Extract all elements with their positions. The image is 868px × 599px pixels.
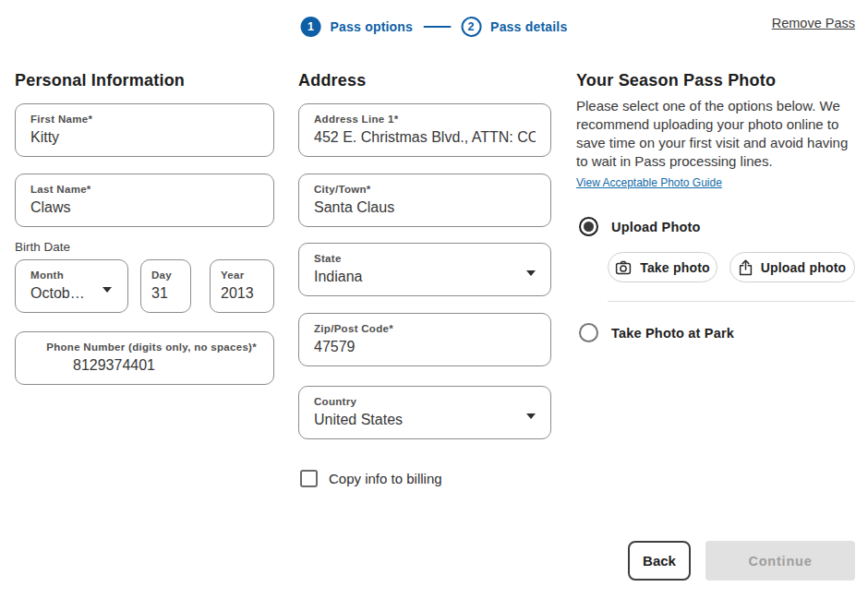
upload-icon bbox=[739, 259, 753, 276]
footer-actions: Back Continue bbox=[628, 541, 855, 581]
last-name-label: Last Name* bbox=[30, 183, 259, 196]
park-photo-label[interactable]: Take Photo at Park bbox=[611, 326, 734, 341]
take-photo-label: Take photo bbox=[640, 260, 710, 275]
state-value: Indiana bbox=[314, 269, 536, 285]
form-columns: Personal Information First Name* Kitty L… bbox=[15, 65, 855, 487]
last-name-value: Claws bbox=[30, 199, 259, 216]
year-value: 2013 bbox=[221, 285, 268, 302]
year-field[interactable]: Year 2013 bbox=[210, 259, 274, 313]
zip-label: Zip/Post Code* bbox=[314, 322, 536, 335]
photo-description: Please select one of the options below. … bbox=[576, 97, 855, 171]
step2-label[interactable]: Pass details bbox=[490, 19, 567, 34]
step1-circle[interactable]: 1 bbox=[301, 17, 321, 37]
state-select[interactable]: State Indiana bbox=[298, 243, 551, 296]
photo-options-divider bbox=[608, 301, 855, 302]
park-photo-option: Take Photo at Park bbox=[576, 323, 855, 342]
camera-icon bbox=[615, 260, 632, 275]
address-line1-value: 452 E. Christmas Blvd., ATTN: COM bbox=[314, 129, 536, 146]
zip-field[interactable]: Zip/Post Code* 47579 bbox=[298, 313, 551, 366]
birth-date-label: Birth Date bbox=[15, 240, 274, 254]
address-line1-label: Address Line 1* bbox=[314, 113, 536, 126]
address-line1-field[interactable]: Address Line 1* 452 E. Christmas Blvd., … bbox=[298, 103, 551, 157]
country-label: Country bbox=[314, 395, 536, 408]
season-pass-form-page: 1 Pass options 2 Pass details Remove Pas… bbox=[0, 0, 868, 599]
continue-button[interactable]: Continue bbox=[705, 541, 855, 581]
day-label: Day bbox=[151, 269, 185, 282]
month-label: Month bbox=[30, 269, 113, 282]
chevron-down-icon bbox=[102, 287, 112, 293]
first-name-field[interactable]: First Name* Kitty bbox=[15, 103, 274, 157]
first-name-value: Kitty bbox=[30, 129, 259, 146]
copy-billing-label[interactable]: Copy info to billing bbox=[329, 471, 442, 486]
step1-label[interactable]: Pass options bbox=[331, 19, 414, 34]
month-select[interactable]: Month Octob… bbox=[15, 259, 128, 313]
phone-value: 8129374401 bbox=[30, 357, 259, 374]
last-name-field[interactable]: Last Name* Claws bbox=[15, 174, 274, 227]
phone-label: Phone Number (digits only, no spaces)* bbox=[30, 341, 259, 353]
zip-value: 47579 bbox=[314, 339, 536, 355]
month-value: Octob… bbox=[30, 285, 113, 302]
step-connector bbox=[423, 26, 451, 29]
day-field[interactable]: Day 31 bbox=[140, 259, 191, 313]
upload-photo-btn-label: Upload photo bbox=[761, 260, 847, 275]
step2-circle[interactable]: 2 bbox=[461, 17, 481, 37]
back-button[interactable]: Back bbox=[628, 541, 691, 581]
personal-info-title: Personal Information bbox=[15, 71, 274, 90]
photo-guide-link[interactable]: View Acceptable Photo Guide bbox=[576, 176, 722, 189]
upload-photo-label[interactable]: Upload Photo bbox=[611, 220, 701, 234]
chevron-down-icon bbox=[526, 270, 536, 276]
address-section: Address Address Line 1* 452 E. Christmas… bbox=[298, 65, 551, 487]
country-value: United States bbox=[314, 412, 536, 428]
photo-section: Your Season Pass Photo Please select one… bbox=[576, 65, 855, 487]
address-title: Address bbox=[298, 71, 551, 90]
upload-photo-radio[interactable] bbox=[579, 217, 598, 236]
personal-info-section: Personal Information First Name* Kitty L… bbox=[15, 65, 274, 487]
phone-field[interactable]: Phone Number (digits only, no spaces)* 8… bbox=[15, 331, 274, 385]
copy-billing-row: Copy info to billing bbox=[300, 470, 551, 487]
country-select[interactable]: Country United States bbox=[298, 386, 551, 439]
city-value: Santa Claus bbox=[314, 199, 536, 216]
remove-pass-link[interactable]: Remove Pass bbox=[772, 16, 855, 30]
upload-photo-button[interactable]: Upload photo bbox=[729, 252, 855, 282]
photo-buttons-row: Take photo Upload photo bbox=[608, 252, 855, 282]
year-label: Year bbox=[221, 269, 268, 282]
stepper: 1 Pass options 2 Pass details bbox=[301, 17, 568, 37]
copy-billing-checkbox[interactable] bbox=[300, 470, 318, 487]
city-label: City/Town* bbox=[314, 183, 536, 196]
photo-title: Your Season Pass Photo bbox=[576, 71, 855, 90]
take-photo-button[interactable]: Take photo bbox=[608, 252, 717, 282]
first-name-label: First Name* bbox=[30, 113, 259, 126]
day-value: 31 bbox=[151, 285, 185, 302]
chevron-down-icon bbox=[526, 413, 536, 419]
upload-photo-option: Upload Photo bbox=[576, 217, 855, 236]
state-label: State bbox=[314, 252, 536, 265]
park-photo-radio[interactable] bbox=[579, 323, 598, 342]
birth-date-row: Month Octob… Day 31 Year 2013 bbox=[15, 259, 274, 313]
city-field[interactable]: City/Town* Santa Claus bbox=[298, 174, 551, 227]
